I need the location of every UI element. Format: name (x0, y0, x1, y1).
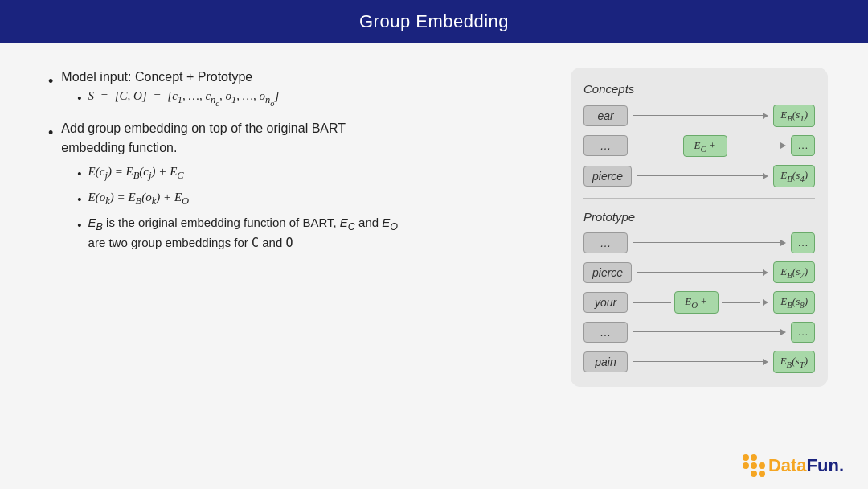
proto-dots1: … (583, 232, 628, 253)
eo-plus-group: EO + (674, 291, 719, 314)
sub-bullet-desc: • EB is the original embedding function … (77, 214, 398, 253)
sub-bullet-ec: • E(cj) = EB(cj) + EC (77, 162, 398, 183)
result-proto-pierce: EB(s7) (773, 261, 815, 284)
concept-pierce: pierce (583, 166, 632, 187)
prototype-label: Prototype (583, 210, 815, 224)
arrow-proto-pain (633, 359, 768, 365)
ec-plus-group: EC + (683, 135, 727, 158)
result-proto-dots1: … (791, 232, 815, 253)
dot-4 (743, 462, 749, 469)
dot-1 (743, 454, 749, 461)
bullet-1-text: Model input: Concept + Prototype (61, 70, 252, 84)
result-dots1: … (791, 135, 815, 156)
diagram-row-proto-your: your EO + EB(s8) (583, 291, 815, 314)
formula-ec: E(cj) = EB(cj) + EC (88, 162, 184, 183)
logo-text: DataFun. (768, 455, 844, 476)
diagram-row-proto-dots2: … … (583, 322, 815, 343)
proto-your: your (583, 292, 628, 313)
arrow-pierce-c (637, 173, 768, 179)
left-panel: • Model input: Concept + Prototype • S =… (48, 68, 538, 475)
result-proto-dots2: … (791, 322, 815, 343)
dot-8 (751, 471, 757, 477)
dot-5 (751, 462, 757, 469)
diagram-row-ear: ear EB(s1) (583, 105, 815, 127)
arrow-ear (633, 113, 768, 119)
sub-bullet-eo: • E(ok) = EB(ok) + EO (77, 188, 398, 209)
result-pierce-c: EB(s4) (773, 165, 815, 187)
diagram-row-proto-pain: pain EB(sT) (583, 351, 815, 373)
page-title: Group Embedding (359, 11, 509, 31)
diagram-row-pierce-c: pierce EB(s4) (583, 165, 815, 187)
dot-2 (751, 454, 757, 461)
ec-box: EC + (683, 135, 727, 158)
sub-bullet-formula: • S = [C, O] = [c1, …, cnc, o1, …, ono] (77, 87, 279, 109)
proto-dots2: … (583, 322, 628, 343)
concept-ear: ear (583, 105, 628, 126)
concepts-label: Concepts (583, 82, 815, 96)
bullet-dot-2: • (48, 122, 53, 144)
arrow-proto-pierce (637, 269, 768, 276)
logo-dots (743, 454, 765, 477)
dot-6 (759, 462, 765, 469)
bullet-1: • Model input: Concept + Prototype • S =… (48, 68, 538, 109)
divider (583, 198, 815, 199)
footer: DataFun. (743, 454, 844, 477)
main-content: • Model input: Concept + Prototype • S =… (0, 43, 868, 489)
dot-9 (759, 471, 765, 477)
bullet-dot-1: • (48, 71, 53, 92)
bullet-2-text: Add group embedding on top of the origin… (61, 121, 346, 154)
page-header: Group Embedding (0, 0, 868, 43)
proto-pain: pain (583, 351, 628, 372)
diagram-panel: Concepts ear EB(s1) … EC + … (571, 68, 828, 387)
result-proto-pain: EB(sT) (773, 351, 815, 373)
concept-dots1: … (583, 135, 628, 156)
datafun-logo: DataFun. (743, 454, 844, 477)
formula-eo: E(ok) = EB(ok) + EO (88, 188, 190, 209)
diagram-row-proto-pierce: pierce EB(s7) (583, 261, 815, 284)
eo-box: EO + (674, 291, 719, 314)
proto-pierce: pierce (583, 262, 632, 283)
dot-7 (743, 471, 749, 477)
arrow-proto-dots2 (633, 329, 786, 335)
arrow-proto-dots1 (633, 240, 786, 246)
result-proto-your: EB(s8) (773, 291, 815, 314)
diagram-row-proto-dots1: … … (583, 232, 815, 253)
bullet-2: • Add group embedding on top of the orig… (48, 119, 538, 253)
logo-fun: Fun. (807, 455, 844, 475)
diagram-row-dots1: … EC + … (583, 135, 815, 158)
result-ear: EB(s1) (773, 105, 815, 127)
logo-data: Data (768, 455, 807, 475)
desc-text: EB is the original embedding function of… (88, 214, 398, 253)
dot-3 (759, 454, 765, 461)
formula-s: S = [C, O] = [c1, …, cnc, o1, …, ono] (88, 87, 280, 109)
